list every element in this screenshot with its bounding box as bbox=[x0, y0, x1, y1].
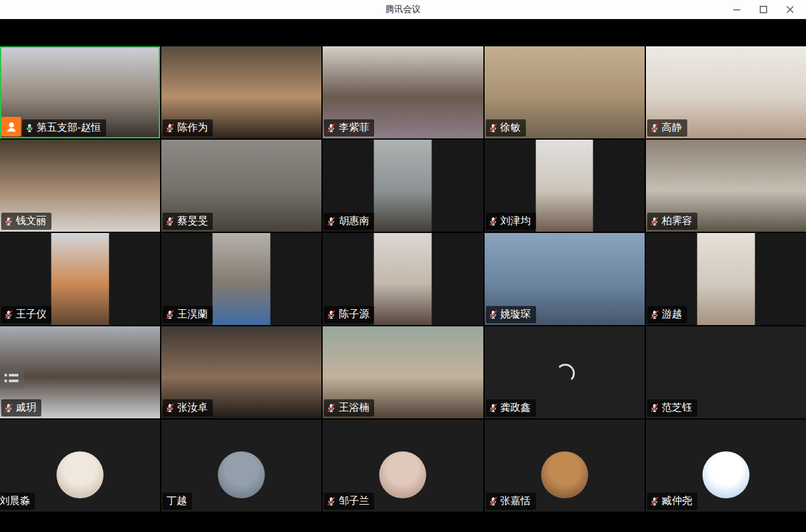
participant-tile[interactable]: 蔡旻旻 bbox=[161, 140, 321, 232]
participant-name-label: 第五支部-赵恒 bbox=[22, 119, 106, 136]
participant-name-label: 游越 bbox=[647, 306, 687, 323]
participant-tile[interactable]: 邹子兰 bbox=[323, 420, 483, 512]
participant-label-row: 臧仲尧 bbox=[647, 493, 697, 510]
participant-tile[interactable]: 李紫菲 bbox=[323, 46, 483, 138]
member-list-toggle-button[interactable] bbox=[0, 368, 24, 389]
participant-name: 刘晨淼 bbox=[0, 495, 30, 508]
participant-tile[interactable]: 刘晨淼 bbox=[0, 420, 160, 512]
mic-muted-icon bbox=[326, 496, 337, 507]
mic-muted-icon bbox=[326, 309, 337, 320]
participant-tile[interactable]: 陈子源 bbox=[323, 233, 483, 325]
minimize-icon bbox=[732, 5, 741, 14]
participant-name: 邹子兰 bbox=[339, 495, 369, 508]
participant-name-label: 王子仪 bbox=[1, 306, 51, 323]
participant-name-label: 范芝钰 bbox=[647, 399, 697, 416]
participant-name-label: 王淏蘭 bbox=[163, 306, 213, 323]
minimize-button[interactable] bbox=[723, 0, 750, 19]
participant-tile[interactable]: 龚政鑫 bbox=[485, 326, 645, 418]
mic-muted-icon bbox=[649, 309, 660, 320]
participant-name-label: 邹子兰 bbox=[324, 493, 374, 510]
mic-muted-icon bbox=[326, 123, 337, 133]
participant-avatar bbox=[541, 451, 588, 498]
maximize-button[interactable] bbox=[750, 0, 777, 19]
participant-name-label: 丁越 bbox=[163, 493, 192, 510]
participant-tile[interactable]: 张汝卓 bbox=[161, 326, 321, 418]
participant-label-row: 王浴楠 bbox=[324, 399, 374, 416]
mic-muted-icon bbox=[488, 123, 499, 133]
participant-tile[interactable]: 钱文丽 bbox=[0, 140, 160, 232]
participant-name-label: 李紫菲 bbox=[324, 119, 374, 136]
participant-tile[interactable]: 游越 bbox=[646, 233, 806, 325]
participant-tile[interactable]: 刘津均 bbox=[485, 140, 645, 232]
participant-name-label: 蔡旻旻 bbox=[163, 213, 213, 230]
participant-label-row: 第五支部-赵恒 bbox=[1, 117, 106, 136]
participant-label-row: 刘晨淼 bbox=[0, 493, 35, 510]
participant-tile[interactable]: 臧仲尧 bbox=[646, 420, 806, 512]
participant-label-row: 王淏蘭 bbox=[163, 306, 213, 323]
participant-name: 胡惠南 bbox=[339, 215, 369, 228]
participant-name-label: 戚玥 bbox=[1, 399, 41, 416]
mic-muted-icon bbox=[488, 309, 499, 320]
participant-label-row: 游越 bbox=[647, 306, 687, 323]
close-icon bbox=[786, 5, 795, 14]
participant-tile[interactable]: 王子仪 bbox=[0, 233, 160, 325]
meeting-window: 腾讯会议 第五支部-赵恒陈作为李紫菲徐敏高静钱文丽蔡旻旻胡惠南刘津均柏霁容王子仪… bbox=[0, 0, 806, 532]
participant-label-row: 王子仪 bbox=[1, 306, 51, 323]
loading-spinner bbox=[556, 364, 575, 383]
participant-video bbox=[213, 233, 271, 325]
participant-name: 刘津均 bbox=[500, 215, 531, 228]
mic-muted-icon bbox=[165, 123, 175, 133]
mic-muted-icon bbox=[3, 309, 14, 320]
participant-label-row: 丁越 bbox=[163, 493, 192, 510]
participant-label-row: 刘津均 bbox=[486, 213, 536, 230]
participant-tile[interactable]: 王淏蘭 bbox=[161, 233, 321, 325]
participant-name: 张嘉恬 bbox=[500, 495, 531, 508]
close-button[interactable] bbox=[777, 0, 803, 19]
participant-name-label: 高静 bbox=[647, 119, 687, 136]
participant-name-label: 钱文丽 bbox=[1, 213, 51, 230]
participant-tile[interactable]: 姚璇琛 bbox=[485, 233, 645, 325]
mic-muted-icon bbox=[3, 216, 14, 227]
participant-tile[interactable]: 王浴楠 bbox=[323, 326, 483, 418]
participant-name: 龚政鑫 bbox=[500, 401, 531, 415]
participant-name: 张汝卓 bbox=[177, 401, 208, 415]
participant-tile[interactable]: 柏霁容 bbox=[646, 140, 806, 232]
participant-tile[interactable]: 第五支部-赵恒 bbox=[0, 46, 160, 138]
participant-tile[interactable]: 高静 bbox=[646, 46, 806, 138]
mic-muted-icon bbox=[649, 123, 660, 133]
participant-avatar bbox=[218, 451, 265, 498]
mic-muted-icon bbox=[649, 216, 660, 227]
mic-muted-icon bbox=[165, 309, 175, 320]
participant-tile[interactable]: 胡惠南 bbox=[323, 140, 483, 232]
participant-tile[interactable]: 徐敏 bbox=[485, 46, 645, 138]
participant-tile[interactable]: 陈作为 bbox=[161, 46, 321, 138]
participant-name: 姚璇琛 bbox=[500, 308, 531, 321]
participant-label-row: 李紫菲 bbox=[324, 119, 374, 136]
participant-label-row: 高静 bbox=[647, 119, 687, 136]
participant-label-row: 姚璇琛 bbox=[486, 306, 536, 323]
participant-label-row: 柏霁容 bbox=[647, 213, 697, 230]
participant-name: 蔡旻旻 bbox=[177, 215, 208, 228]
participant-name-label: 陈作为 bbox=[163, 119, 213, 136]
participant-name: 戚玥 bbox=[16, 401, 36, 415]
participant-label-row: 龚政鑫 bbox=[486, 399, 536, 416]
participant-name-label: 徐敏 bbox=[486, 119, 526, 136]
mic-muted-icon bbox=[488, 216, 499, 227]
participant-tile[interactable]: 丁越 bbox=[161, 420, 321, 512]
mic-muted-icon bbox=[3, 402, 14, 413]
participant-label-row: 徐敏 bbox=[486, 119, 526, 136]
participant-label-row: 蔡旻旻 bbox=[163, 213, 213, 230]
participant-name-label: 胡惠南 bbox=[324, 213, 374, 230]
participant-name: 柏霁容 bbox=[662, 215, 692, 228]
participant-name: 高静 bbox=[662, 121, 682, 135]
participant-name: 王浴楠 bbox=[339, 401, 369, 415]
participant-name: 第五支部-赵恒 bbox=[37, 121, 101, 135]
mic-muted-icon bbox=[326, 216, 337, 227]
participant-name: 徐敏 bbox=[500, 121, 521, 135]
participant-name: 游越 bbox=[662, 308, 682, 321]
participant-tile[interactable]: 张嘉恬 bbox=[485, 420, 645, 512]
participant-label-row: 钱文丽 bbox=[1, 213, 51, 230]
participant-video bbox=[374, 233, 432, 325]
participant-label-row: 陈子源 bbox=[324, 306, 374, 323]
participant-tile[interactable]: 范芝钰 bbox=[646, 326, 806, 418]
